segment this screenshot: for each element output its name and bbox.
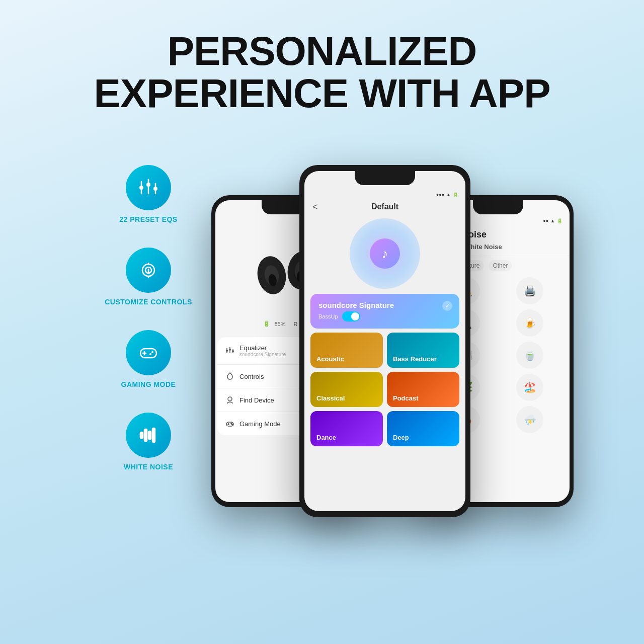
phone-center-screen: ●●● ▲ 🔋 < Default ♪ <box>304 171 465 511</box>
eq-deep-label: Deep <box>393 434 409 441</box>
feature-white-noise: WHITE NOISE <box>101 413 196 471</box>
sub-tab-other[interactable]: Other <box>489 260 512 271</box>
touch-icon <box>137 259 159 281</box>
eq-acoustic-card[interactable]: Acoustic <box>310 333 383 368</box>
bassup-row: BassUp <box>318 311 451 321</box>
svg-point-3 <box>139 186 143 190</box>
music-visual: ♪ <box>350 218 420 289</box>
svg-point-30 <box>232 350 234 352</box>
eq-dance-label: Dance <box>316 434 336 441</box>
customize-label: CUSTOMIZE CONTROLS <box>105 298 192 306</box>
equalizer-menu-icon <box>225 346 234 355</box>
customize-circle <box>126 248 171 293</box>
phones-container: 📶 🔋 <box>196 135 574 578</box>
equalizer-icon <box>137 177 159 199</box>
headline: PERSONALIZED EXPERIENCE WITH APP <box>0 0 644 135</box>
svg-rect-16 <box>144 429 147 441</box>
white-noise-circle <box>126 413 171 458</box>
white-noise-label: WHITE NOISE <box>124 463 173 471</box>
svg-point-29 <box>229 349 231 351</box>
feature-gaming: GAMING MODE <box>101 330 196 388</box>
svg-rect-17 <box>148 431 151 439</box>
svg-point-13 <box>151 351 153 353</box>
gaming-circle <box>126 330 171 375</box>
bassup-toggle[interactable] <box>342 311 360 321</box>
svg-rect-18 <box>152 428 155 442</box>
feature-preset-eqs: 22 PRESET EQS <box>101 165 196 223</box>
find-device-icon <box>225 395 234 405</box>
sound-icon-tea[interactable]: 🍵 <box>516 342 543 369</box>
eq-podcast-label: Podcast <box>393 394 419 402</box>
eq-bass-reducer-card[interactable]: Bass Reducer <box>387 333 459 368</box>
preset-eqs-label: 22 PRESET EQS <box>119 215 177 223</box>
center-header: < Default <box>304 198 465 213</box>
bassup-label: BassUp <box>318 313 338 319</box>
svg-point-36 <box>232 424 233 425</box>
eq-deep-card[interactable]: Deep <box>387 411 459 446</box>
gaming-label: GAMING MODE <box>121 380 176 388</box>
svg-point-5 <box>153 187 157 191</box>
headline-line2: EXPERIENCE WITH APP <box>0 72 644 115</box>
eq-selected-name: soundcore Signature <box>318 301 451 309</box>
eq-classical-card[interactable]: Classical <box>310 372 383 407</box>
music-note: ♪ <box>370 238 400 269</box>
gaming-mode-icon <box>225 419 234 428</box>
headline-line1: PERSONALIZED <box>0 30 644 72</box>
sound-icon-beach[interactable]: 🏖️ <box>516 374 543 401</box>
feature-customize: CUSTOMIZE CONTROLS <box>101 248 196 306</box>
eq-bass-reducer-label: Bass Reducer <box>393 355 437 363</box>
sound-icon-thunder[interactable]: ⛈️ <box>516 406 543 433</box>
sound-icon-beer[interactable]: 🍺 <box>516 309 543 337</box>
controls-menu-icon <box>225 372 234 381</box>
waveform-icon <box>137 424 159 446</box>
checkmark-icon: ✓ <box>442 301 452 311</box>
back-button[interactable]: < <box>312 202 318 212</box>
phone-center-notch <box>355 171 415 185</box>
sound-icon-print[interactable]: 🖨️ <box>516 277 543 304</box>
status-bar-center: ●●● ▲ 🔋 <box>304 189 465 198</box>
svg-rect-15 <box>140 432 143 438</box>
eq-dance-card[interactable]: Dance <box>310 411 383 446</box>
content-area: 22 PRESET EQS CUSTOMIZE CONTROLS <box>0 135 644 588</box>
svg-point-31 <box>228 397 232 401</box>
eq-options-grid: Acoustic Bass Reducer Classical Podcast <box>310 333 459 446</box>
svg-point-4 <box>146 183 150 187</box>
screen-title: Default <box>371 202 398 211</box>
eq-selected-card[interactable]: soundcore Signature BassUp ✓ <box>310 294 459 329</box>
svg-point-28 <box>226 350 228 352</box>
features-list: 22 PRESET EQS CUSTOMIZE CONTROLS <box>70 135 196 471</box>
svg-point-14 <box>149 353 151 355</box>
phone-right-notch <box>473 200 523 214</box>
phone-center: ●●● ▲ 🔋 < Default ♪ <box>299 165 470 517</box>
preset-eqs-circle <box>126 165 171 210</box>
eq-podcast-card[interactable]: Podcast <box>387 372 459 407</box>
eq-classical-label: Classical <box>316 394 345 402</box>
eq-acoustic-label: Acoustic <box>316 355 344 363</box>
svg-point-35 <box>231 423 232 424</box>
gamepad-icon <box>137 342 159 364</box>
